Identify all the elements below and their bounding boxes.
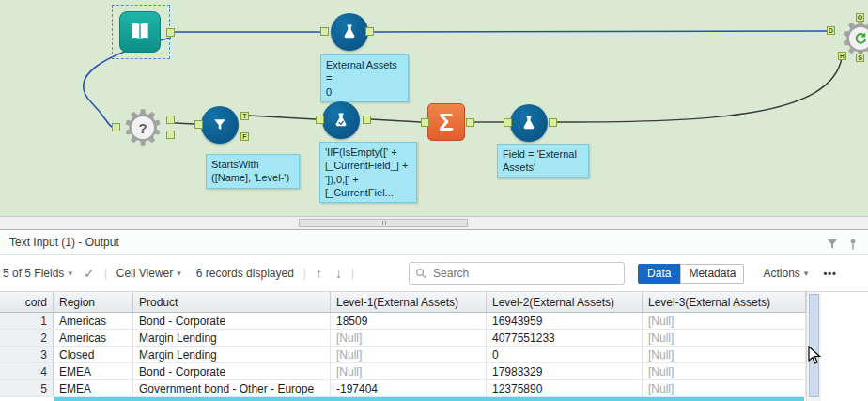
- macro-rename-input-anchor[interactable]: [112, 123, 120, 131]
- text-input-book-icon: [119, 11, 161, 53]
- actions-menu[interactable]: Actions: [763, 267, 799, 280]
- pin-icon[interactable]: [847, 237, 859, 254]
- results-toolbar: 5 of 5 Fields ▾ ✓ | Cell Viewer ▾ 6 reco…: [0, 255, 868, 292]
- table-row[interactable]: 2 Americas Margin Lending [Null] 4077551…: [0, 330, 806, 347]
- metadata-tab-button[interactable]: Metadata: [680, 264, 744, 284]
- cell-level1: -197404: [331, 380, 487, 396]
- fields-selector[interactable]: 5 of 5 Fields: [3, 267, 64, 280]
- macro-rename-output-anchor-1[interactable]: [166, 116, 175, 124]
- annotation-formula-bottom[interactable]: Field = 'External Assets': [497, 144, 589, 178]
- cell-level1: [Null]: [331, 347, 487, 362]
- macro-output-s-anchor[interactable]: S: [856, 54, 864, 62]
- arrow-down-icon[interactable]: ↓: [335, 266, 342, 281]
- multi-field-output-anchor[interactable]: [363, 116, 371, 124]
- results-panel-header: Text Input (1) - Output: [0, 230, 868, 255]
- cell-level2: 0: [487, 347, 643, 362]
- cell-viewer-selector[interactable]: Cell Viewer: [116, 267, 173, 280]
- tool-summarize[interactable]: Σ: [427, 103, 465, 141]
- cell-level2: 12375890: [487, 380, 643, 396]
- cell-region: EMEA: [54, 380, 133, 396]
- results-title: Text Input (1) - Output: [9, 230, 119, 254]
- search-input[interactable]: [431, 266, 618, 281]
- funnel-icon: [210, 116, 229, 134]
- tool-filter[interactable]: [201, 106, 239, 144]
- search-box[interactable]: [409, 262, 625, 285]
- cell-product: Bond - Corporate: [133, 363, 331, 379]
- formula-top-output-anchor[interactable]: [365, 27, 374, 36]
- table-row[interactable]: 3 Closed Margin Lending [Null] 0 [Null]: [0, 347, 806, 363]
- question-mark-icon: ?: [132, 116, 154, 139]
- cell-region: Closed: [54, 347, 133, 362]
- record-number: 5: [0, 380, 54, 396]
- macro-output-o-anchor[interactable]: O: [856, 13, 864, 22]
- table-row[interactable]: 1 Americas Bond - Corporate 18509 169439…: [0, 313, 806, 330]
- flask-icon: [340, 23, 359, 41]
- cell-level1: [Null]: [331, 363, 487, 379]
- cell-region: Americas: [54, 313, 133, 329]
- macro-output-d-anchor[interactable]: D: [827, 26, 835, 35]
- cell-product: Government bond - Other - Europe: [133, 380, 331, 396]
- record-number: 3: [0, 347, 54, 362]
- arrow-up-icon[interactable]: ↑: [316, 266, 322, 281]
- tool-formula-top[interactable]: [331, 13, 368, 51]
- column-header-record[interactable]: cord: [0, 292, 54, 312]
- sigma-icon: Σ: [439, 108, 454, 137]
- refresh-icon: [849, 27, 868, 50]
- canvas-horizontal-scrollbar[interactable]: [0, 216, 868, 230]
- table-header-row: cord Region Product Level-1(External Ass…: [0, 292, 806, 313]
- macro-rename-output-anchor-2[interactable]: [166, 131, 175, 139]
- multi-field-input-anchor[interactable]: [316, 116, 324, 124]
- column-header-level2[interactable]: Level-2(External Assets): [487, 292, 643, 312]
- chevron-down-icon: ▾: [68, 269, 72, 278]
- formula-top-input-anchor[interactable]: [320, 27, 329, 36]
- records-displayed-label: 6 records displayed: [196, 267, 294, 280]
- partial-selected-row: [54, 397, 804, 401]
- cell-level2: 4077551233: [487, 330, 643, 346]
- scrollbar-thumb[interactable]: [299, 219, 468, 227]
- annotation-filter[interactable]: StartsWith ([Name], 'Level-'): [206, 154, 300, 189]
- annotation-multi-field[interactable]: 'IIF(IsEmpty([' + [_CurrentField_] + '])…: [319, 142, 417, 203]
- column-header-product[interactable]: Product: [133, 292, 331, 312]
- overflow-menu-icon[interactable]: •••: [823, 268, 837, 279]
- cell-level3: [Null]: [643, 313, 806, 329]
- cell-level1: 18509: [331, 313, 487, 329]
- flask-icon: [519, 114, 538, 132]
- formula-bottom-output-anchor[interactable]: [549, 118, 557, 127]
- separator: |: [104, 267, 107, 280]
- scrollbar-grip-icon: [380, 221, 387, 225]
- cell-level3: [Null]: [643, 380, 806, 396]
- cell-level2: 16943959: [487, 313, 643, 329]
- data-tab-button[interactable]: Data: [638, 264, 680, 284]
- annotation-formula-top[interactable]: External Assets = 0: [320, 54, 409, 102]
- apply-check-icon[interactable]: ✓: [84, 266, 95, 281]
- summarize-output-anchor[interactable]: [466, 118, 474, 127]
- workflow-canvas[interactable]: External Assets = 0 ⚙ D O S R ⚙ ?: [0, 0, 868, 216]
- chevron-down-icon: ▾: [804, 269, 809, 278]
- tool-macro-rename[interactable]: ⚙ ?: [117, 102, 168, 153]
- tool-text-input[interactable]: [119, 11, 161, 53]
- column-header-level3[interactable]: Level-3(External Assets): [643, 292, 806, 312]
- separator: |: [303, 267, 306, 280]
- summarize-input-anchor[interactable]: [421, 118, 429, 127]
- filter-results-icon[interactable]: [827, 237, 838, 254]
- filter-true-anchor[interactable]: T: [240, 112, 249, 120]
- flask-wrench-icon: [332, 111, 350, 130]
- search-icon: [415, 268, 426, 279]
- table-row[interactable]: 5 EMEA Government bond - Other - Europe …: [0, 380, 806, 397]
- filter-input-anchor[interactable]: [194, 120, 203, 129]
- record-number: 4: [0, 363, 54, 379]
- text-input-output-anchor[interactable]: [166, 28, 175, 37]
- formula-bottom-input-anchor[interactable]: [504, 118, 512, 127]
- cell-level3: [Null]: [643, 347, 806, 362]
- table-row[interactable]: 4 EMEA Bond - Corporate [Null] 17983329 …: [0, 363, 806, 380]
- alteryx-designer-window: External Assets = 0 ⚙ D O S R ⚙ ?: [0, 0, 868, 401]
- cell-product: Bond - Corporate: [133, 313, 331, 329]
- cell-region: EMEA: [54, 363, 133, 379]
- column-header-level1[interactable]: Level-1(External Assets): [331, 292, 487, 312]
- filter-false-anchor[interactable]: F: [240, 132, 249, 141]
- tool-multi-field-formula[interactable]: [322, 101, 360, 139]
- column-header-region[interactable]: Region: [54, 292, 133, 312]
- tool-formula-bottom[interactable]: [510, 104, 548, 142]
- macro-output-r-anchor[interactable]: R: [838, 52, 846, 60]
- separator: |: [351, 267, 354, 280]
